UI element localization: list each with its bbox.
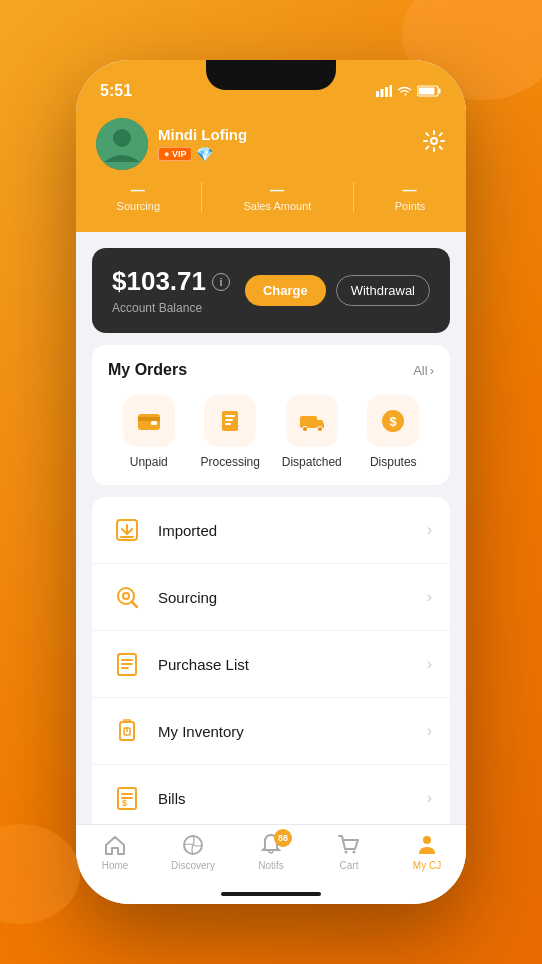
purchase-chevron: › xyxy=(427,655,432,673)
stat-divider-2 xyxy=(353,182,354,212)
wifi-icon xyxy=(397,85,412,97)
withdrawal-button[interactable]: Withdrawal xyxy=(336,275,430,306)
svg-text:$: $ xyxy=(390,414,398,429)
nav-notifs[interactable]: 88 Notifs xyxy=(232,833,310,871)
vip-badge: ● VIP xyxy=(158,147,192,161)
stat-sales: — Sales Amount xyxy=(243,182,311,212)
menu-bills[interactable]: $ Bills › xyxy=(92,765,450,824)
menu-imported[interactable]: Imported › xyxy=(92,497,450,564)
info-icon[interactable]: i xyxy=(212,273,230,291)
discovery-icon xyxy=(181,833,205,857)
order-disputes[interactable]: $ Disputes xyxy=(353,395,435,469)
home-nav-label: Home xyxy=(102,860,129,871)
balance-left: $103.71 i Account Balance xyxy=(112,266,230,315)
svg-point-44 xyxy=(423,836,431,844)
notch xyxy=(206,60,336,90)
status-time: 5:51 xyxy=(100,82,132,100)
sourcing-label: Sourcing xyxy=(158,589,413,606)
balance-label: Account Balance xyxy=(112,301,230,315)
sales-label: Sales Amount xyxy=(243,200,311,212)
svg-rect-15 xyxy=(225,419,233,421)
svg-rect-17 xyxy=(300,416,317,428)
svg-rect-14 xyxy=(225,415,235,417)
battery-icon xyxy=(417,85,442,97)
sourcing-chevron: › xyxy=(427,588,432,606)
svg-point-18 xyxy=(302,427,307,432)
orders-icons-row: Unpaid Processing xyxy=(108,395,434,469)
status-icons xyxy=(376,85,442,97)
home-icon xyxy=(103,833,127,857)
svg-rect-16 xyxy=(225,423,231,425)
stat-sourcing: — Sourcing xyxy=(117,182,160,212)
nav-discovery[interactable]: Discovery xyxy=(154,833,232,871)
imported-chevron: › xyxy=(427,521,432,539)
discovery-nav-label: Discovery xyxy=(171,860,215,871)
svg-rect-6 xyxy=(419,88,435,95)
menu-sourcing[interactable]: Sourcing › xyxy=(92,564,450,631)
svg-rect-0 xyxy=(376,91,379,97)
orders-header: My Orders All › xyxy=(108,361,434,379)
menu-card: Imported › Sourcing › xyxy=(92,497,450,824)
svg-rect-1 xyxy=(381,89,384,97)
unpaid-label: Unpaid xyxy=(130,455,168,469)
inventory-label: My Inventory xyxy=(158,723,413,740)
orders-card: My Orders All › Unpaid xyxy=(92,345,450,485)
cart-nav-label: Cart xyxy=(340,860,359,871)
svg-rect-12 xyxy=(151,421,157,425)
scroll-content[interactable]: My Orders All › Unpaid xyxy=(76,345,466,824)
nav-mycj[interactable]: My CJ xyxy=(388,833,466,871)
wallet-icon xyxy=(135,407,163,435)
svg-text:$: $ xyxy=(122,798,127,808)
home-indicator xyxy=(221,892,321,896)
truck-icon xyxy=(298,407,326,435)
svg-point-42 xyxy=(345,851,348,854)
order-dispatched[interactable]: Dispatched xyxy=(271,395,353,469)
purchase-icon-wrap xyxy=(110,647,144,681)
svg-point-19 xyxy=(317,427,322,432)
svg-rect-5 xyxy=(439,89,441,94)
order-unpaid[interactable]: Unpaid xyxy=(108,395,190,469)
profile-row: Mindi Lofing ● VIP 💎 xyxy=(96,118,446,170)
bills-icon: $ xyxy=(114,785,140,811)
profile-badges: ● VIP 💎 xyxy=(158,146,247,162)
imported-icon xyxy=(114,517,140,543)
phone-shell: 5:51 xyxy=(76,60,466,904)
sales-value: — xyxy=(270,182,285,198)
inventory-chevron: › xyxy=(427,722,432,740)
menu-inventory[interactable]: My Inventory › xyxy=(92,698,450,765)
svg-line-27 xyxy=(132,602,137,607)
settings-icon[interactable] xyxy=(422,129,446,159)
charge-button[interactable]: Charge xyxy=(245,275,326,306)
nav-home[interactable]: Home xyxy=(76,833,154,871)
svg-rect-11 xyxy=(138,417,160,421)
orders-all-link[interactable]: All › xyxy=(413,363,434,378)
points-label: Points xyxy=(395,200,426,212)
profile-info: Mindi Lofing ● VIP 💎 xyxy=(158,126,247,162)
purchase-icon xyxy=(114,651,140,677)
diamond-badge: 💎 xyxy=(196,146,212,162)
bills-label: Bills xyxy=(158,790,413,807)
bills-icon-wrap: $ xyxy=(110,781,144,815)
stat-points: — Points xyxy=(395,182,426,212)
sourcing-icon-wrap xyxy=(110,580,144,614)
menu-purchase-list[interactable]: Purchase List › xyxy=(92,631,450,698)
balance-actions: Charge Withdrawal xyxy=(245,275,430,306)
inventory-icon-wrap xyxy=(110,714,144,748)
stat-divider-1 xyxy=(201,182,202,212)
balance-amount: $103.71 i xyxy=(112,266,230,297)
nav-cart[interactable]: Cart xyxy=(310,833,388,871)
signal-icon xyxy=(376,85,392,97)
balance-card: $103.71 i Account Balance Charge Withdra… xyxy=(92,248,450,333)
disputes-icon-wrap: $ xyxy=(367,395,419,447)
order-processing[interactable]: Processing xyxy=(190,395,272,469)
disputes-label: Disputes xyxy=(370,455,417,469)
sourcing-value: — xyxy=(131,182,146,198)
inventory-icon xyxy=(114,718,140,744)
avatar[interactable] xyxy=(96,118,148,170)
svg-point-8 xyxy=(113,129,131,147)
orders-title: My Orders xyxy=(108,361,187,379)
notif-badge: 88 xyxy=(274,829,292,847)
imported-label: Imported xyxy=(158,522,413,539)
sourcing-label: Sourcing xyxy=(117,200,160,212)
header: Mindi Lofing ● VIP 💎 — Sourcing xyxy=(76,110,466,232)
